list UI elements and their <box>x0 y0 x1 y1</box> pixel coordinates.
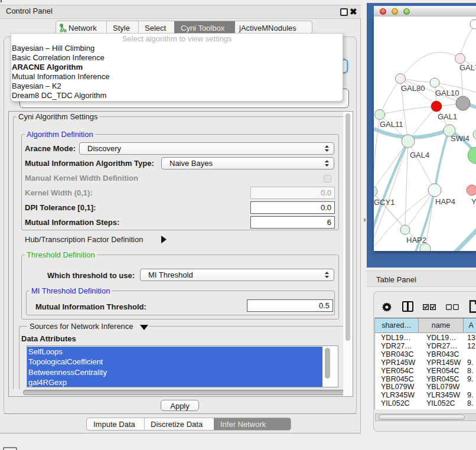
svg-text:GAL80: GAL80 <box>401 84 425 93</box>
svg-text:GCY1: GCY1 <box>374 198 395 207</box>
svg-text:SWI4: SWI4 <box>451 134 470 143</box>
svg-text:GAL7: GAL7 <box>459 63 476 72</box>
svg-text:HAP2: HAP2 <box>406 236 426 244</box>
svg-text:GAL11: GAL11 <box>380 120 403 129</box>
svg-text:Y: Y <box>471 197 476 206</box>
svg-text:GAL1: GAL1 <box>438 112 457 121</box>
svg-text:HAP4: HAP4 <box>435 197 455 206</box>
svg-text:GAL4: GAL4 <box>410 151 429 159</box>
svg-text:GAL10: GAL10 <box>435 89 459 97</box>
